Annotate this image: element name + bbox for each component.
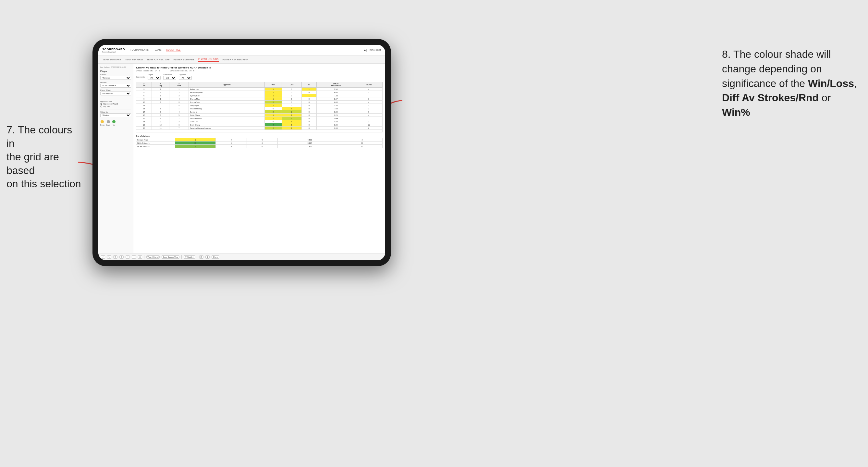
main-data-table: #Div #Reg #Conf Opponent Win Loss Tie Di… bbox=[136, 82, 382, 132]
gender-select[interactable]: Women's Men's bbox=[100, 76, 131, 80]
col-rounds: Rounds bbox=[355, 82, 382, 88]
opponent-view-label: Opponent view bbox=[100, 101, 131, 102]
col-div: #Div bbox=[136, 82, 152, 88]
division-record: Division Record: 331 - 34 - 6 bbox=[170, 70, 194, 72]
sec-nav-player-summary[interactable]: PLAYER SUMMARY bbox=[174, 58, 194, 61]
logo-sub: Powered by clippd bbox=[102, 51, 125, 53]
radio-top100[interactable]: Top 100 bbox=[100, 105, 131, 107]
logo-text: SCOREBOARD bbox=[102, 48, 125, 51]
bottom-toolbar: ↩ ↪ ⟳ ⊡ ✂ ··· ⊙ View: Original Save Cust… bbox=[98, 253, 385, 260]
undo-button[interactable]: ↩ bbox=[101, 255, 105, 259]
table-row: 522 Alexis Sudijanto 1 0 0 4.003 bbox=[136, 91, 382, 94]
conference-filter-select[interactable]: (All) bbox=[163, 76, 176, 80]
player-rank-select[interactable]: 8. Katelyn Vo bbox=[100, 92, 131, 95]
player-rank-label: Player (Rank) bbox=[100, 89, 131, 91]
ood-table: Foreign Team 1 0 0 4.500 2 NAIA Division… bbox=[136, 138, 382, 148]
table-row: 1063 Andrea York 2 0 0 4.004 bbox=[136, 101, 382, 104]
sec-nav-player-h2h-heatmap[interactable]: PLAYER H2H HEATMAP bbox=[223, 58, 248, 61]
col-conf: #Conf bbox=[169, 82, 189, 88]
toolbar-divider-1 bbox=[144, 255, 145, 259]
annotation-right: 8. The colour shade will change dependin… bbox=[722, 47, 858, 120]
sidebar-player-title: Player bbox=[100, 70, 131, 72]
view-original-button[interactable]: View: Original bbox=[146, 255, 160, 259]
layout-button[interactable]: ⊡ bbox=[199, 255, 204, 259]
legend-down: Down bbox=[100, 120, 104, 126]
legend-up: Up bbox=[112, 120, 116, 126]
col-tie: Tie bbox=[302, 82, 316, 88]
ood-row: NCAA Division 2 5 0 0 7.400 10 bbox=[136, 145, 382, 148]
grid-title: Katelyn Vo Head-to-Head Grid for Women's… bbox=[136, 66, 382, 69]
nav-tournaments[interactable]: TOURNAMENTS bbox=[130, 48, 149, 52]
overall-record: Overall Record: 353 - 34 - 6 bbox=[136, 70, 160, 72]
col-win: Win bbox=[265, 82, 282, 88]
sec-nav-team-h2h-heatmap[interactable]: TEAM H2H HEATMAP bbox=[147, 58, 169, 61]
col-opponent: Opponent bbox=[189, 82, 265, 88]
radio-dot-top100 bbox=[100, 105, 102, 107]
nav-icon: ▶ | bbox=[364, 49, 367, 52]
bold-win-loss: Win/Loss bbox=[808, 77, 854, 89]
cut-button[interactable]: ✂ bbox=[126, 255, 130, 259]
sidebar: Last Updated: 27/03/2024 16:55:38 Player… bbox=[98, 64, 133, 253]
table-row: 1822 Euna Lee 0 1 0 -5.002 bbox=[136, 120, 382, 123]
ood-body: Foreign Team 1 0 0 4.500 2 NAIA Division… bbox=[136, 138, 382, 148]
region-filter-select[interactable]: (All) bbox=[148, 76, 161, 80]
grid-records: Overall Record: 353 - 34 - 6 Division Re… bbox=[136, 70, 382, 72]
ood-row: Foreign Team 1 0 0 4.500 2 bbox=[136, 138, 382, 142]
table-header-row: #Div #Reg #Conf Opponent Win Loss Tie Di… bbox=[136, 82, 382, 88]
table-row-empty bbox=[136, 130, 382, 132]
nav-items: TOURNAMENTS TEAMS COMMITTEE bbox=[130, 48, 364, 52]
clock-button[interactable]: ⊙ bbox=[138, 255, 142, 259]
opponent-view-group: Opponents Played Top 100 bbox=[100, 103, 131, 107]
sec-nav: TEAM SUMMARY TEAM H2H GRID TEAM H2H HEAT… bbox=[98, 56, 385, 64]
sec-nav-player-h2h-grid[interactable]: PLAYER H2H GRID bbox=[198, 57, 219, 62]
filter-row: Opponents: Region (All) Conference (All) bbox=[136, 74, 382, 80]
out-of-division-header: Out of division bbox=[136, 135, 382, 137]
main-content: Last Updated: 27/03/2024 16:55:38 Player… bbox=[98, 64, 385, 253]
tablet-screen: SCOREBOARD Powered by clippd TOURNAMENTS… bbox=[98, 45, 385, 260]
col-diff: Diff AvStrokes/Rnd bbox=[317, 82, 355, 88]
colour-by-select[interactable]: Win/loss Diff Av Strokes/Rnd Win% bbox=[100, 113, 131, 117]
nav-right: ▶ | Sign out bbox=[364, 49, 381, 52]
division-select[interactable]: NCAA Division III NCAA Division I NCAA D… bbox=[100, 84, 131, 88]
redo-button[interactable]: ↪ bbox=[107, 255, 111, 259]
ood-row: NAIA Division 1 15 0 0 9.267 30 bbox=[136, 142, 382, 145]
table-row: 20117 Federica Domecq Lacroze 2 1 0 1.33… bbox=[136, 127, 382, 130]
table-row: 11115 Heejo Hyun 1 0 0 3.333 bbox=[136, 104, 382, 107]
share-button[interactable]: Share bbox=[212, 255, 219, 259]
col-reg: #Reg bbox=[152, 82, 169, 88]
top-nav: SCOREBOARD Powered by clippd TOURNAMENTS… bbox=[98, 45, 385, 56]
grid2-button[interactable]: ⊞ bbox=[206, 255, 210, 259]
nav-committee[interactable]: COMMITTEE bbox=[166, 48, 181, 52]
gender-label: Gender bbox=[100, 74, 131, 75]
table-row: 1621 Jessica Mason 1 2 0 -0.94 bbox=[136, 117, 382, 120]
colour-legend: Down Level Up bbox=[100, 120, 131, 126]
table-row: 19106 Emily Chang 4 1 0 0.3011 bbox=[136, 123, 382, 127]
sec-nav-team-h2h-grid[interactable]: TEAM H2H GRID bbox=[125, 58, 143, 61]
colour-by-label: Colour by bbox=[100, 111, 131, 113]
more-button[interactable]: ··· bbox=[132, 255, 136, 259]
grid-button[interactable]: ⊡ bbox=[119, 255, 124, 259]
nav-teams[interactable]: TEAMS bbox=[153, 48, 162, 52]
table-row: 311 Esther Lee 1 0 1 1.504 bbox=[136, 88, 382, 91]
opponent-filter-select[interactable]: (All) bbox=[179, 76, 192, 80]
filter-conference: Conference (All) bbox=[163, 74, 176, 80]
radio-dot-played bbox=[100, 103, 102, 105]
filter-opponent: Opponent (All) bbox=[179, 74, 192, 80]
watch-button[interactable]: 👁 Watch ▾ bbox=[184, 255, 195, 259]
legend-level: Level bbox=[106, 120, 110, 126]
refresh-button[interactable]: ⟳ bbox=[113, 255, 118, 259]
sign-out-button[interactable]: Sign out bbox=[370, 49, 381, 52]
legend-level-dot bbox=[107, 120, 110, 123]
legend-down-dot bbox=[101, 120, 104, 123]
legend-up-dot bbox=[112, 120, 116, 123]
bold-diff: Diff Av Strokes/Rnd bbox=[722, 92, 819, 103]
sec-nav-team-summary[interactable]: TEAM SUMMARY bbox=[103, 58, 121, 61]
col-loss: Loss bbox=[282, 82, 302, 88]
grid-area: Katelyn Vo Head-to-Head Grid for Women's… bbox=[133, 64, 385, 253]
bold-win-pct: Win% bbox=[722, 106, 750, 118]
radio-opponents-played[interactable]: Opponents Played bbox=[100, 103, 131, 105]
save-custom-view-button[interactable]: Save Custom View bbox=[162, 255, 179, 259]
tablet-frame: SCOREBOARD Powered by clippd TOURNAMENTS… bbox=[92, 39, 391, 266]
sidebar-timestamp: Last Updated: 27/03/2024 16:55:38 bbox=[100, 66, 131, 68]
table-row: 633 Sydney Kuo 1 0 1 -1.00 bbox=[136, 94, 382, 97]
